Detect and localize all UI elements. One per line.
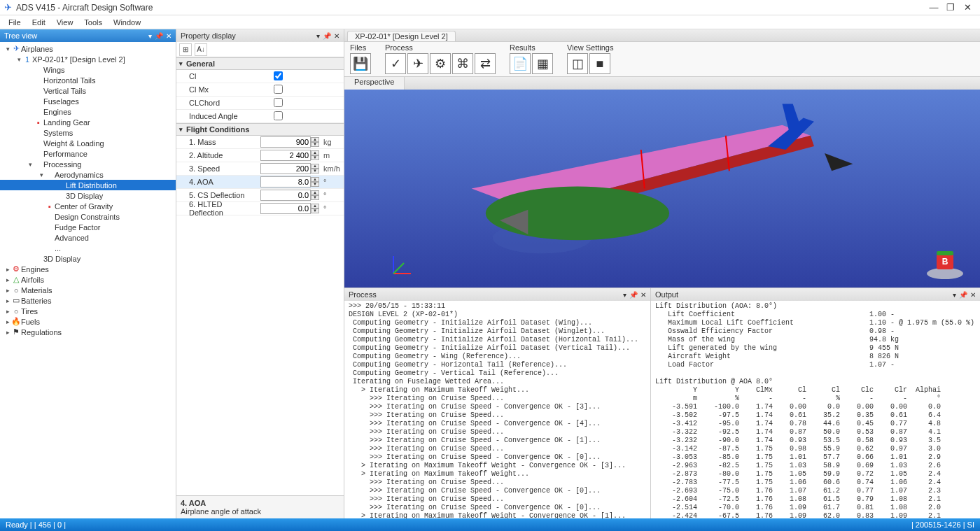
spin-up-icon[interactable]: ▲ — [311, 204, 319, 208]
perspective-tab[interactable]: Perspective — [344, 77, 405, 90]
tree-item[interactable]: ▸⚑Regulations — [0, 327, 176, 337]
tree-twisty-icon[interactable]: ▾ — [38, 171, 45, 178]
tree-item[interactable]: Vertical Tails — [0, 85, 176, 96]
tree-twisty-icon[interactable]: ▸ — [4, 308, 11, 315]
property-row[interactable]: Cl — [176, 70, 344, 83]
exchange-icon[interactable]: ⇄ — [475, 53, 496, 74]
spin-down-icon[interactable]: ▼ — [311, 195, 319, 200]
property-row[interactable]: 1. Mass▲▼kg — [176, 136, 344, 149]
3d-viewport[interactable]: B — [344, 90, 980, 288]
minimize-button[interactable]: — — [925, 2, 942, 13]
tree-twisty-icon[interactable]: ▾ — [27, 161, 34, 168]
tree-item[interactable]: Design Constraints — [0, 211, 176, 222]
maximize-button[interactable]: ❐ — [942, 2, 959, 13]
tree-item[interactable]: Lift Distribution — [0, 180, 176, 190]
menu-edit[interactable]: Edit — [27, 18, 51, 27]
property-group[interactable]: ▾Flight Conditions — [176, 123, 344, 136]
panel-close-icon[interactable]: ✕ — [334, 32, 340, 40]
property-row[interactable]: 3. Speed▲▼km/h — [176, 162, 344, 176]
tree-item[interactable]: ▸⚙Engines — [0, 264, 176, 274]
panel-close-icon[interactable]: ✕ — [970, 291, 976, 299]
tree-item[interactable]: ▾✈Airplanes — [0, 43, 176, 54]
tree-item[interactable]: Systems — [0, 127, 176, 138]
close-button[interactable]: ✕ — [959, 2, 976, 13]
tree-twisty-icon[interactable]: ▸ — [4, 266, 11, 273]
property-checkbox[interactable] — [274, 98, 283, 107]
report-icon[interactable]: 📄 — [510, 53, 531, 74]
spin-down-icon[interactable]: ▼ — [311, 155, 319, 160]
spin-up-icon[interactable]: ▲ — [311, 137, 319, 142]
mesh-icon[interactable]: ⌘ — [452, 53, 473, 74]
menu-window[interactable]: Window — [108, 18, 146, 27]
property-input[interactable] — [260, 163, 311, 174]
spin-up-icon[interactable]: ▲ — [311, 190, 319, 195]
property-checkbox[interactable] — [274, 85, 283, 94]
tree-item[interactable]: Fudge Factor — [0, 222, 176, 232]
tree-item[interactable]: ▪Center of Gravity — [0, 201, 176, 211]
tree-item[interactable]: ▾Processing — [0, 159, 176, 169]
tree-item[interactable]: ▾Aerodynamics — [0, 169, 176, 180]
panel-pin-icon[interactable]: 📌 — [323, 32, 331, 40]
tree-item[interactable]: 3D Display — [0, 190, 176, 201]
tree-view[interactable]: ▾✈Airplanes▾1XP-02-01* [Design Level 2]W… — [0, 42, 176, 518]
property-row[interactable]: 6. HLTED Deflection▲▼° — [176, 202, 344, 215]
property-row[interactable]: Cl Mx — [176, 83, 344, 97]
property-row[interactable]: 4. AOA▲▼° — [176, 176, 344, 189]
tree-item[interactable]: ... — [0, 243, 176, 253]
panel-close-icon[interactable]: ✕ — [640, 291, 646, 299]
panel-dropdown-icon[interactable]: ▾ — [148, 32, 152, 40]
panel-dropdown-icon[interactable]: ▾ — [623, 291, 626, 299]
process-log[interactable]: >>> 20/05/15 - 15:33:11 DESIGN LEVEL 2 (… — [344, 301, 650, 518]
property-row[interactable]: Induced Angle — [176, 110, 344, 123]
tree-item[interactable]: ▸○Materials — [0, 285, 176, 295]
grid-icon[interactable]: ▦ — [532, 53, 553, 74]
compass-icon[interactable]: B — [924, 246, 966, 281]
panel-pin-icon[interactable]: 📌 — [629, 291, 638, 299]
tree-item[interactable]: Wings — [0, 64, 176, 75]
menu-view[interactable]: View — [51, 18, 79, 27]
tree-twisty-icon[interactable]: ▸ — [4, 329, 11, 336]
tree-item[interactable]: Advanced — [0, 232, 176, 243]
tree-item[interactable]: 3D Display — [0, 253, 176, 264]
airplane-icon[interactable]: ✈ — [407, 53, 428, 74]
tree-item[interactable]: ▸▭Batteries — [0, 295, 176, 306]
spin-down-icon[interactable]: ▼ — [311, 169, 319, 174]
tree-twisty-icon[interactable]: ▸ — [4, 297, 11, 304]
categorize-icon[interactable]: ⊞ — [179, 43, 192, 56]
panel-pin-icon[interactable]: 📌 — [155, 32, 163, 40]
panel-pin-icon[interactable]: 📌 — [959, 291, 967, 299]
panel-dropdown-icon[interactable]: ▾ — [316, 32, 320, 40]
property-input[interactable] — [260, 203, 311, 214]
property-checkbox[interactable] — [274, 71, 283, 80]
property-checkbox[interactable] — [274, 111, 283, 120]
save-icon[interactable]: 💾 — [350, 53, 371, 74]
panel-close-icon[interactable]: ✕ — [166, 32, 172, 40]
tree-item[interactable]: ▸○Tires — [0, 306, 176, 316]
spin-up-icon[interactable]: ▲ — [311, 164, 319, 169]
tree-twisty-icon[interactable]: ▸ — [4, 287, 11, 294]
tree-item[interactable]: ▪Landing Gear — [0, 117, 176, 127]
tree-twisty-icon[interactable]: ▾ — [15, 56, 22, 63]
check-icon[interactable]: ✓ — [385, 53, 406, 74]
spin-down-icon[interactable]: ▼ — [311, 142, 319, 147]
property-row[interactable]: 2. Altitude▲▼m — [176, 149, 344, 162]
tree-item[interactable]: ▾1XP-02-01* [Design Level 2] — [0, 54, 176, 64]
document-tab[interactable]: XP-02-01* [Design Level 2] — [347, 31, 456, 41]
property-input[interactable] — [260, 150, 311, 161]
tree-item[interactable]: Horizontal Tails — [0, 75, 176, 85]
tree-item[interactable]: Weight & Loading — [0, 138, 176, 148]
spin-up-icon[interactable]: ▲ — [311, 177, 319, 182]
output-log[interactable]: Lift Distribution (AOA: 8.0°) Lift Coeff… — [651, 301, 980, 518]
gear-icon[interactable]: ⚙ — [430, 53, 451, 74]
tree-item[interactable]: ▸△Airfoils — [0, 274, 176, 285]
tree-item[interactable]: Engines — [0, 106, 176, 117]
tree-item[interactable]: Fuselages — [0, 96, 176, 106]
menu-tools[interactable]: Tools — [78, 18, 108, 27]
solid-icon[interactable]: ■ — [589, 53, 610, 74]
sort-icon[interactable]: A↓ — [195, 43, 207, 56]
spin-down-icon[interactable]: ▼ — [311, 208, 319, 213]
spin-up-icon[interactable]: ▲ — [311, 150, 319, 155]
property-input[interactable] — [260, 176, 311, 187]
property-row[interactable]: CLChord — [176, 97, 344, 110]
tree-twisty-icon[interactable]: ▾ — [4, 45, 11, 52]
